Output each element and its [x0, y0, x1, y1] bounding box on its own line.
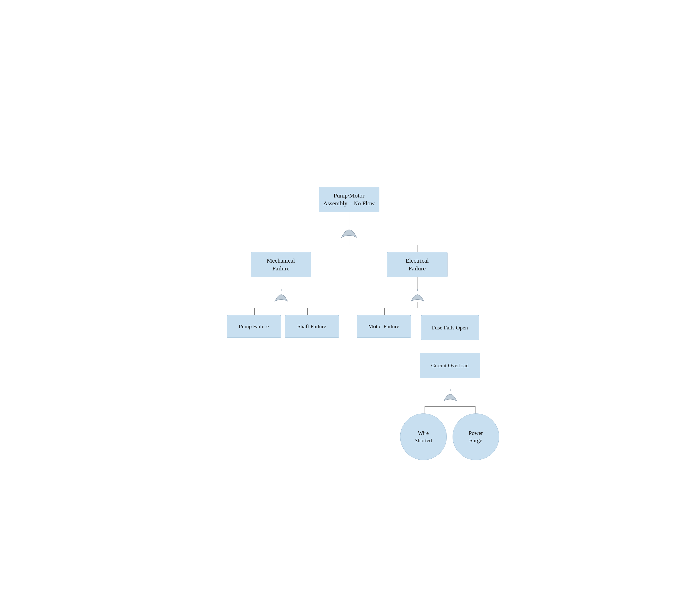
- node-power-surge: PowerSurge: [452, 414, 499, 460]
- node-circuit-overload: Circuit Overload: [420, 353, 480, 378]
- node-electrical-failure: ElectricalFailure: [387, 252, 447, 277]
- fault-tree-diagram: Pump/MotorAssembly – No Flow MechanicalF…: [210, 184, 488, 432]
- or-gate-4: [442, 389, 459, 402]
- node-motor-failure: Motor Failure: [357, 315, 411, 338]
- node-mechanical-failure: MechanicalFailure: [251, 252, 311, 277]
- or-gate-1: [339, 224, 359, 239]
- node-root: Pump/MotorAssembly – No Flow: [319, 187, 379, 212]
- node-shaft-failure: Shaft Failure: [285, 315, 339, 338]
- node-fuse-fails-open: Fuse Fails Open: [421, 315, 479, 340]
- node-pump-failure: Pump Failure: [227, 315, 281, 338]
- node-wire-shorted: WireShorted: [400, 414, 447, 460]
- or-gate-3: [409, 289, 426, 302]
- or-gate-2: [273, 289, 290, 302]
